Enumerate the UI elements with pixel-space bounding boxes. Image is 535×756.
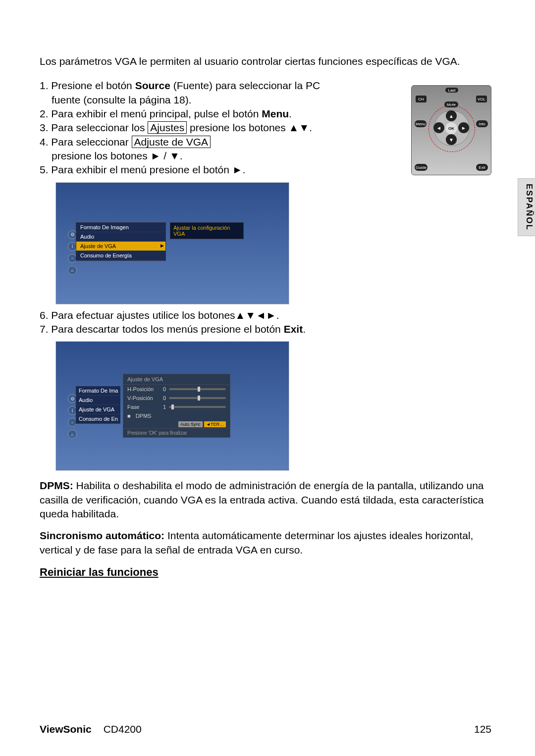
vpos-label: V-Posición <box>127 395 157 401</box>
step7-bold: Exit <box>284 323 303 335</box>
panel-row-fase: Fase 1 <box>123 403 230 411</box>
dpms-bold: DPMS: <box>40 480 76 491</box>
dpms-paragraph: DPMS: Habilita o deshabilita el modo de … <box>40 479 495 521</box>
step7-post: . <box>303 323 306 335</box>
menu1-row-formato: Formato De Imagen <box>76 223 165 232</box>
fase-slider <box>169 406 226 408</box>
step1-pre: 1. Presione el botón <box>40 80 135 91</box>
menu2-row-vga: Ajuste de VGA <box>76 405 120 414</box>
fase-value: 1 <box>160 404 166 410</box>
intro-text: Los parámetros VGA le permiten al usuari… <box>40 54 495 68</box>
remote-right-icon: ► <box>458 122 469 133</box>
hpos-label: H-Posición <box>127 386 157 392</box>
panel-row-vpos: V-Posición 0 <box>123 394 230 403</box>
dpms-label: DPMS <box>136 413 152 419</box>
osd-menu-1: Formato De Imagen Audio Ajuste de VGA Co… <box>76 222 166 261</box>
step3-box: Ajustes <box>148 121 187 134</box>
remote-info: Info <box>476 120 488 127</box>
remote-vol: VOL <box>476 96 487 102</box>
vga-panel: Ajuste de VGA H-Posición 0 V-Posición 0 … <box>123 374 230 438</box>
menu1-row-vga-selected: Ajuste de VGA <box>76 242 165 251</box>
remote-last: Last <box>445 88 458 93</box>
sync-paragraph: Sincronismo automático: Intenta automáti… <box>40 529 495 557</box>
remote-up-icon: ▲ <box>446 110 457 121</box>
step1-bold: Source <box>135 80 170 91</box>
menu1-row-audio: Audio <box>76 232 165 242</box>
tv-screenshot-2: ⚙ i ▫ ⌂ Formato De Ima Audio Ajuste de V… <box>55 341 289 471</box>
steps-block-2: 6. Para efectuar ajustes utilice los bot… <box>40 308 495 337</box>
sync-bold: Sincronismo automático: <box>40 530 167 541</box>
footer-model: CD4200 <box>104 723 142 735</box>
panel-row-dpms: ■DPMS <box>123 411 230 420</box>
panel-title: Ajuste de VGA <box>123 374 230 385</box>
vpos-slider <box>169 397 226 399</box>
icon-home: ⌂ <box>68 266 77 275</box>
remote-menu: Menu <box>415 120 427 127</box>
menu2-row-formato: Formato De Ima <box>76 386 120 396</box>
hpos-knob <box>198 387 200 392</box>
step1-post: (Fuente) para seleccionar la PC <box>170 80 320 91</box>
panel-footer: Presione 'OK' para finalizar <box>123 428 230 437</box>
step4-pre: 4. Para seleccionar <box>40 136 132 148</box>
remote-illustration: Last CH VOL Mute Menu Info Guide Exit OK… <box>411 85 491 175</box>
step2-bold: Menu <box>262 108 289 119</box>
language-tab: ESPAÑOL <box>518 178 535 236</box>
step6: 6. Para efectuar ajustes utilice los bot… <box>40 308 495 322</box>
osd-tooltip: Ajustar la configuración VGA <box>170 222 244 239</box>
section-heading-reiniciar: Reiniciar las funciones <box>40 566 495 579</box>
remote-left-icon: ◄ <box>433 122 444 133</box>
panel-button-row: Auto Sync ◄TER… <box>123 420 230 428</box>
ter-button: ◄TER… <box>204 421 226 427</box>
tv-screenshot-1: ⚙ i ▫ ⌂ Formato De Imagen Audio Ajuste d… <box>55 182 289 304</box>
remote-down-icon: ▼ <box>446 134 457 145</box>
osd-menu-2: Formato De Ima Audio Ajuste de VGA Consu… <box>76 386 120 424</box>
remote-guide: Guide <box>415 164 428 171</box>
hpos-slider <box>169 388 226 390</box>
panel-row-hpos: H-Posición 0 <box>123 385 230 394</box>
footer-brand: ViewSonic <box>40 723 92 735</box>
step2-pre: 2. Para exhibir el menú principal, pulse… <box>40 108 262 119</box>
menu2-row-audio: Audio <box>76 396 120 405</box>
step4-box: Adjuste de VGA <box>132 136 211 148</box>
vpos-value: 0 <box>160 395 166 401</box>
step3-post: presione los botones ▲▼. <box>187 122 312 133</box>
hpos-value: 0 <box>160 386 166 392</box>
step7-pre: 7. Para descartar todos los menús presio… <box>40 323 284 335</box>
fase-knob <box>171 404 174 409</box>
footer-page-number: 125 <box>474 723 491 735</box>
remote-ok: OK <box>445 122 457 134</box>
remote-ch: CH <box>416 96 427 102</box>
menu2-row-consumo: Consumo de En <box>76 414 120 424</box>
auto-sync-button: Auto Sync <box>178 421 203 427</box>
page-footer: ViewSonic CD4200 125 <box>40 723 491 735</box>
fase-label: Fase <box>127 404 157 410</box>
icon-home-2: ⌂ <box>68 430 77 439</box>
vpos-knob <box>198 396 200 401</box>
dpms-text: Habilita o deshabilita el modo de admini… <box>40 480 484 519</box>
step2-post: . <box>289 108 292 119</box>
remote-exit: Exit <box>476 164 488 171</box>
menu1-row-consumo: Consumo de Energía <box>76 251 165 260</box>
step3-pre: 3. Para seleccionar los <box>40 122 148 133</box>
